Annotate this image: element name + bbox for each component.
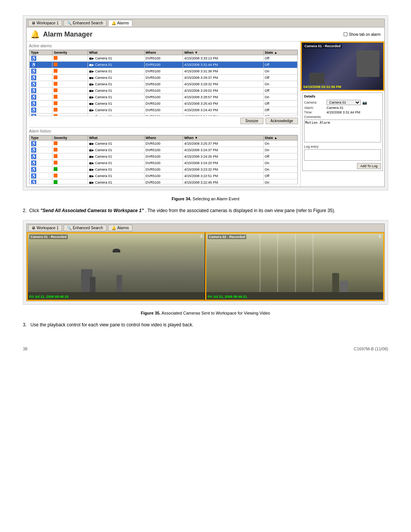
cell-where: DVR5100 <box>144 81 183 88</box>
table-row[interactable]: ♿ ◼▶ Camera 01 DVR5100 4/15/2008 3:25:43… <box>30 101 298 107</box>
log-entry-textarea[interactable] <box>304 149 381 161</box>
cell-state: Off <box>263 153 297 160</box>
alarm-bell-icon: 🔔 <box>30 30 40 39</box>
video-pause-icon-1: II <box>200 235 202 239</box>
table-row[interactable]: ♿ ◼▶ Camera 01 DVR5100 4/15/2008 3:31:38… <box>30 68 298 75</box>
acknowledge-button[interactable]: Acknowledge <box>266 118 298 124</box>
detail-alarm-row: Alarm: Camera 01 <box>304 106 381 110</box>
cell-when: 4/15/2008 3:29:02 PM <box>183 88 263 94</box>
person-silhouette-1 <box>90 277 96 292</box>
cell-type: ♿ <box>30 101 53 107</box>
detail-comments-row: Comments: <box>304 115 381 119</box>
hist-col-type: Type <box>30 136 53 141</box>
table-row[interactable]: ♿ ◼▶ Camera 01 DVR5100 4/15/2008 3:22:45… <box>30 179 298 185</box>
cell-severity <box>53 153 88 160</box>
ws-search-icon: 🔍 <box>67 226 72 230</box>
cell-type: ♿ <box>30 107 53 113</box>
cell-where: DVR5100 <box>144 107 183 113</box>
col-what: What <box>88 50 144 55</box>
tab-enhanced-search[interactable]: 🔍 Enhanced Search <box>64 20 107 26</box>
ws-tab-alarms[interactable]: 🔔 Alarms <box>108 225 132 231</box>
video-bg-2 <box>206 233 383 300</box>
camera-shape-locker <box>357 50 379 77</box>
time-value: 4/15/2008 3:31:44 PM <box>327 110 381 114</box>
time-key: Time: <box>304 110 325 114</box>
log-entry-key: Log entry: <box>304 145 325 149</box>
comments-textarea[interactable]: Motion Alarm <box>304 120 381 142</box>
table-row[interactable]: ♿ ◼▶ Camera 01 DVR5100 4/15/2008 3:28:57… <box>30 94 298 101</box>
blinds-line-1 <box>260 233 261 300</box>
table-row[interactable]: ♿ ◼▶ Camera 01 DVR5100 4/15/2008 3:29:02… <box>30 88 298 94</box>
cell-type: ♿ <box>30 166 53 173</box>
cell-severity <box>53 94 88 101</box>
video-bg-1 <box>28 233 205 300</box>
camera-preview-label: Camera 01 - Recorded <box>303 44 342 48</box>
blinds-line-2 <box>277 233 278 300</box>
camera-select[interactable]: Camera 01 <box>327 100 361 105</box>
active-alarms-scroll[interactable]: Type Severity What Where When ▼ State ▲ … <box>29 50 298 116</box>
show-tab-checkbox[interactable] <box>344 32 347 36</box>
ws-tab-workspace1[interactable]: 🖥 Workspace 1 <box>28 225 62 231</box>
table-row[interactable]: ♿ ◼▶ Camera 01 DVR5100 4/15/2008 3:24:37… <box>30 147 298 153</box>
cell-what: ◼▶ Camera 01 <box>88 81 144 88</box>
cell-what: ◼▶ Camera 01 <box>88 147 144 153</box>
cell-severity <box>53 160 88 166</box>
cell-when: 4/15/2008 3:31:38 PM <box>183 68 263 75</box>
blinds-line-4 <box>312 233 314 300</box>
video-pane-1-time: Fri Jul 21, 2006 08:46:15 <box>29 295 68 299</box>
cell-when: 4/15/2008 3:29:37 PM <box>183 75 263 81</box>
workspace-video-area: Camera 01 - Recorded II Fri Jul 21, 2006… <box>27 232 384 301</box>
cell-what: ◼▶ Camera 01 <box>88 68 144 75</box>
tab-alarms[interactable]: 🔔 Alarms <box>108 20 132 26</box>
page-number: 38 <box>23 347 27 351</box>
table-row[interactable]: ♿ ◼▶ Camera 01 DVR5100 4/15/2008 3:33:13… <box>30 55 298 62</box>
cell-severity <box>53 179 88 185</box>
tabs-bar-fig34: 🖥 Workspace 1 🔍 Enhanced Search 🔔 Alarms <box>26 19 385 27</box>
table-row[interactable]: ♿ ◼▶ Camera 01 DVR5100 4/15/2008 3:25:37… <box>30 141 298 147</box>
cell-severity <box>53 88 88 94</box>
cell-when: 4/15/2008 3:24:37 PM <box>183 147 263 153</box>
cell-where: DVR5100 <box>144 88 183 94</box>
cell-what: ◼▶ Camera 01 <box>88 153 144 160</box>
alarm-history-scroll[interactable]: Type Severity What Where When ▼ State ▲ … <box>29 135 298 184</box>
video-pane-2-label: Camera 02 - Recorded <box>208 235 246 239</box>
table-row[interactable]: ♿ ◼▶ Camera 01 DVR5100 4/15/2008 3:31:44… <box>30 62 298 68</box>
ws-tab-enhanced-search[interactable]: 🔍 Enhanced Search <box>64 225 107 231</box>
cell-state: On <box>263 81 297 88</box>
video-pane-1: Camera 01 - Recorded II Fri Jul 21, 2006… <box>27 232 205 301</box>
snooze-button[interactable]: Snooze <box>241 118 263 124</box>
cell-when: 4/15/2008 3:29:32 PM <box>183 81 263 88</box>
cell-type: ♿ <box>30 179 53 185</box>
add-to-log-button[interactable]: Add To Log <box>357 163 381 169</box>
cell-type: ♿ <box>30 62 53 68</box>
camera-dome-1 <box>113 249 120 252</box>
tab-workspace1[interactable]: 🖥 Workspace 1 <box>28 20 62 26</box>
cell-severity <box>53 101 88 107</box>
alarm-right-panel: Camera 01 - Recorded 04/15/2008 03:31:56… <box>301 42 384 187</box>
workspace-tabs: 🖥 Workspace 1 🔍 Enhanced Search 🔔 Alarms <box>27 224 384 232</box>
table-row[interactable]: ♿ ◼▶ Camera 01 DVR5100 4/15/2008 3:24:43… <box>30 107 298 113</box>
hist-col-when: When ▼ <box>183 136 263 141</box>
video-pane-1-label: Camera 01 - Recorded <box>29 235 68 239</box>
cell-what: ◼▶ Camera 01 <box>88 88 144 94</box>
table-row[interactable]: ♿ ◼▶ Camera 01 DVR5100 4/15/2008 3:24:16… <box>30 113 298 117</box>
search-icon: 🔍 <box>67 21 72 25</box>
cell-what: ◼▶ Camera 01 <box>88 107 144 113</box>
cell-type: ♿ <box>30 153 53 160</box>
table-row[interactable]: ♿ ◼▶ Camera 01 DVR5100 4/15/2008 3:24:20… <box>30 160 298 166</box>
cell-where: DVR5100 <box>144 55 183 62</box>
table-row[interactable]: ♿ ◼▶ Camera 01 DVR5100 4/15/2008 3:24:26… <box>30 153 298 160</box>
cell-type: ♿ <box>30 94 53 101</box>
table-row[interactable]: ♿ ◼▶ Camera 01 DVR5100 4/15/2008 3:23:32… <box>30 166 298 173</box>
table-row[interactable]: ♿ ◼▶ Camera 01 DVR5100 4/15/2008 3:22:51… <box>30 173 298 179</box>
cell-what: ◼▶ Camera 01 <box>88 101 144 107</box>
cell-type: ♿ <box>30 88 53 94</box>
ws-alarm-icon: 🔔 <box>112 226 116 230</box>
italic-send-cameras: "Send All Associated Cameras to Workspac… <box>40 208 144 213</box>
details-panel: Details Camera: Camera 01 📷 Alarm: Camer… <box>302 93 383 171</box>
camera-bg <box>302 43 383 90</box>
cell-severity <box>53 68 88 75</box>
table-row[interactable]: ♿ ◼▶ Camera 01 DVR5100 4/15/2008 3:29:37… <box>30 75 298 81</box>
table-row[interactable]: ♿ ◼▶ Camera 01 DVR5100 4/15/2008 3:29:32… <box>30 81 298 88</box>
camera-config-icon[interactable]: 📷 <box>362 101 367 105</box>
